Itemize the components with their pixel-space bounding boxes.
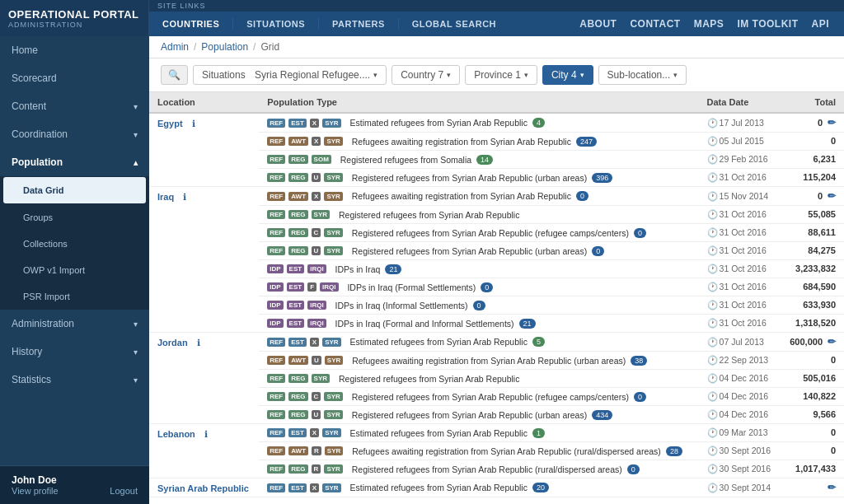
sidebar-item-content[interactable]: Content▾ (0, 92, 149, 120)
breadcrumb-population[interactable]: Population (201, 41, 248, 53)
tag: IRQI (307, 264, 326, 273)
table-row: Egypt ℹREF EST X SYR Estimated refugees … (149, 113, 844, 133)
location-name[interactable]: Iraq (157, 192, 174, 202)
nav-situations[interactable]: SITUATIONS (233, 12, 318, 36)
nav-contact[interactable]: Contact (623, 18, 687, 30)
tag: X (310, 338, 319, 347)
total-cell: 0✏ (781, 114, 844, 132)
col-total: Total (781, 92, 844, 113)
province-filter[interactable]: Province 1 ▾ (465, 65, 537, 85)
total-cell: 0 (781, 352, 844, 368)
badge: 0 (634, 228, 646, 238)
pop-type-desc: Estimated refugees from Syrian Arab Repu… (350, 118, 528, 128)
tag: REF (267, 464, 285, 474)
tag: SOM (312, 155, 331, 164)
sidebar-item-statistics[interactable]: Statistics▾ (0, 366, 149, 394)
total-cell: 88,611 (781, 224, 844, 240)
nav-partners[interactable]: PARTNERS (319, 12, 398, 36)
total-cell: 684,590 (781, 278, 844, 295)
sidebar-item-owp-import[interactable]: OWP v1 Import (0, 257, 149, 283)
edit-icon[interactable]: ✏ (828, 482, 836, 493)
location-name[interactable]: Syrian Arab Republic (157, 483, 249, 493)
table-row: Syrian Arab RepublicREF EST X SYR Estima… (149, 478, 844, 497)
city-filter[interactable]: City 4 ▾ (542, 65, 593, 85)
view-profile-link[interactable]: View profile (12, 486, 59, 496)
logout-button[interactable]: Logout (110, 486, 138, 496)
tag: SYR (322, 483, 340, 492)
clock-icon: 🕐 (707, 355, 718, 365)
pop-type-desc: Registered refugees from Syrian Arab Rep… (339, 210, 519, 220)
sidebar-item-administration[interactable]: Administration▾ (0, 310, 149, 338)
sidebar-item-data-grid[interactable]: Data Grid (3, 177, 146, 203)
breadcrumb: Admin / Population / Grid (149, 36, 844, 58)
location-name[interactable]: Jordan (157, 338, 188, 348)
tag: AWT (288, 137, 308, 146)
nav-about[interactable]: About (573, 18, 623, 30)
location-cell: Egypt ℹ (149, 113, 259, 187)
population-table: Location Population Type Data Date Total… (149, 92, 844, 497)
location-name[interactable]: Egypt (157, 119, 183, 128)
location-cell: Lebanon ℹ (149, 424, 259, 478)
sublocation-filter[interactable]: Sub-location... ▾ (598, 65, 687, 85)
nav-global-search[interactable]: GLOBAL SEARCH (399, 12, 509, 36)
location-info-icon[interactable]: ℹ (183, 192, 186, 203)
sidebar-item-home[interactable]: Home (0, 36, 149, 64)
location-cell: Jordan ℹ (149, 333, 259, 424)
badge: 247 (576, 137, 597, 147)
total-value: 1,318,520 (795, 318, 836, 328)
sidebar-item-history[interactable]: History▾ (0, 338, 149, 366)
clock-icon: 🕐 (707, 391, 718, 401)
app-title: OPERATIONAL PORTAL (8, 8, 140, 21)
pop-type-cell: IDP EST F IRQI IDPs in Iraq (Formal Sett… (259, 278, 698, 296)
date-cell: 🕐30 Sept 2016 (699, 460, 781, 478)
total-value: 0 (831, 355, 836, 365)
province-value: Province 1 (474, 69, 521, 81)
pop-type-desc: Registered refugees from Syrian Arab Rep… (352, 246, 587, 256)
nav-countries[interactable]: COUNTRIES (149, 12, 232, 36)
badge: 0 (634, 392, 646, 402)
pop-type-desc: Refugees awaiting registration from Syri… (352, 191, 571, 201)
tag: IRQI (307, 319, 326, 328)
tag: REF (267, 246, 285, 255)
situations-filter[interactable]: Situations Syria Regional Refugee.... ▾ (193, 65, 387, 85)
search-button[interactable]: 🔍 (161, 65, 188, 85)
sidebar-item-groups[interactable]: Groups (0, 204, 149, 231)
edit-icon[interactable]: ✏ (828, 336, 836, 348)
sidebar-item-psr-import[interactable]: PSR Import (0, 283, 149, 310)
sidebar-item-collections[interactable]: Collections (0, 231, 149, 257)
sidebar-item-coordination[interactable]: Coordination▾ (0, 120, 149, 148)
tag: C (312, 228, 321, 237)
sidebar-item-population[interactable]: Population▴ (0, 148, 149, 176)
date-cell: 🕐22 Sep 2013 (699, 352, 781, 370)
tag: F (307, 282, 316, 292)
tag: EST (288, 338, 307, 347)
tag: REF (267, 483, 285, 492)
nav-maps[interactable]: Maps (687, 18, 731, 30)
table-row: Iraq ℹREF AWT X SYR Refugees awaiting re… (149, 187, 844, 206)
pop-type-desc: Refugees awaiting registration from Syri… (352, 137, 571, 147)
tag: U (312, 173, 321, 182)
tag: REG (288, 246, 307, 255)
nav-api[interactable]: API (804, 18, 836, 30)
edit-icon[interactable]: ✏ (828, 190, 836, 202)
date-cell: 🕐30 Sept 2016 (699, 442, 781, 460)
location-info-icon[interactable]: ℹ (204, 429, 208, 440)
pop-type-cell: REF REG U SYR Registered refugees from S… (259, 169, 698, 187)
tag: IDP (267, 282, 283, 292)
tag: SYR (324, 392, 342, 401)
location-name[interactable]: Lebanon (157, 429, 195, 439)
location-info-icon[interactable]: ℹ (197, 338, 200, 348)
total-value: 6,231 (813, 154, 836, 164)
sidebar-item-scorecard[interactable]: Scorecard (0, 64, 149, 92)
tag: SYR (324, 173, 342, 182)
location-info-icon[interactable]: ℹ (192, 119, 195, 129)
country-filter[interactable]: Country 7 ▾ (392, 65, 460, 85)
tag: REF (267, 410, 285, 419)
pop-type-desc: IDPs in Iraq (335, 264, 381, 274)
data-table-container: Location Population Type Data Date Total… (149, 92, 844, 504)
breadcrumb-admin[interactable]: Admin (161, 41, 189, 53)
nav-im-toolkit[interactable]: IM Toolkit (730, 18, 804, 30)
edit-icon[interactable]: ✏ (828, 117, 836, 128)
tag: REG (288, 155, 307, 164)
total-cell: 140,822 (781, 388, 844, 404)
